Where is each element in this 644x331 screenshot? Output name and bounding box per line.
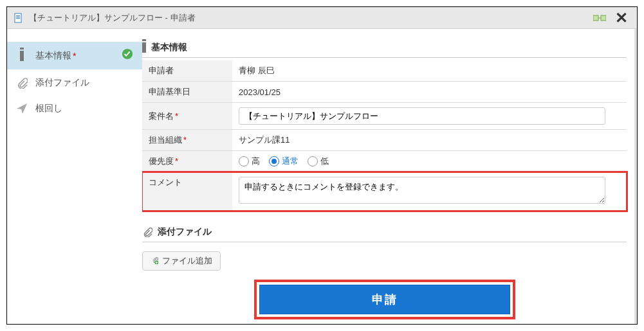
sidebar-item-nemawashi[interactable]: 根回し <box>7 96 142 121</box>
required-mark: * <box>73 51 76 61</box>
sidebar-item-label: 基本情報 <box>35 50 71 62</box>
value-applicant: 青柳 辰巳 <box>232 60 627 82</box>
comment-textarea[interactable] <box>239 177 605 204</box>
sidebar-item-label: 根回し <box>35 103 62 114</box>
flow-node-icon[interactable] <box>593 13 606 23</box>
info-icon <box>142 42 146 53</box>
section-header-basic-info: 基本情報 <box>142 42 627 58</box>
dialog-window: 【チュートリアル】サンプルフロー - 申請者 ✕ 基本情報 * 添付ファイ <box>6 6 638 325</box>
titlebar-title: 【チュートリアル】サンプルフロー - 申請者 <box>29 12 593 24</box>
section-title: 基本情報 <box>151 42 187 53</box>
label-comment: コメント <box>142 172 232 211</box>
label-org: 担当組織* <box>142 130 232 151</box>
titlebar: 【チュートリアル】サンプルフロー - 申請者 ✕ <box>7 7 637 29</box>
check-circle-icon <box>122 48 133 63</box>
close-icon[interactable]: ✕ <box>612 10 630 26</box>
paper-plane-icon <box>16 103 28 114</box>
label-base-date: 申請基準日 <box>142 82 232 103</box>
add-file-label: ファイル追加 <box>162 255 212 267</box>
row-comment: コメント <box>142 172 627 211</box>
row-base-date: 申請基準日 2023/01/25 <box>142 82 627 103</box>
paperclip-icon <box>16 77 28 89</box>
section-title: 添付ファイル <box>158 226 212 238</box>
submit-area: 申請 <box>142 280 627 319</box>
row-subject: 案件名* <box>142 103 627 130</box>
label-applicant: 申請者 <box>142 60 232 82</box>
svg-rect-2 <box>16 17 20 17</box>
subject-input[interactable] <box>239 107 605 125</box>
priority-normal[interactable]: 通常 <box>269 156 299 167</box>
svg-rect-5 <box>601 15 606 21</box>
sidebar: 基本情報 * 添付ファイル 根回し <box>7 29 142 324</box>
label-subject: 案件名* <box>142 103 232 130</box>
content: 基本情報 * 添付ファイル 根回し 基 <box>7 29 637 324</box>
add-file-plus-icon <box>151 256 158 266</box>
main-panel: 基本情報 申請者 青柳 辰巳 申請基準日 2023/01/25 案件名* 担当組… <box>142 29 637 324</box>
submit-highlight: 申請 <box>254 280 515 319</box>
priority-low[interactable]: 低 <box>308 156 329 167</box>
row-applicant: 申請者 青柳 辰巳 <box>142 60 627 82</box>
paperclip-icon <box>142 227 152 237</box>
basic-info-table: 申請者 青柳 辰巳 申請基準日 2023/01/25 案件名* 担当組織* サン… <box>142 60 627 211</box>
info-icon <box>16 50 28 62</box>
row-priority: 優先度* 高 通常 <box>142 151 627 172</box>
sidebar-item-attachment[interactable]: 添付ファイル <box>7 71 142 95</box>
sidebar-item-basic-info[interactable]: 基本情報 * <box>7 42 142 69</box>
submit-button[interactable]: 申請 <box>259 285 510 314</box>
priority-high[interactable]: 高 <box>239 156 260 167</box>
svg-rect-1 <box>16 15 20 16</box>
attachment-section: 添付ファイル ファイル追加 <box>142 226 627 271</box>
label-priority: 優先度* <box>142 151 232 172</box>
svg-rect-3 <box>16 18 20 19</box>
priority-radio-group: 高 通常 低 <box>239 156 620 167</box>
sidebar-item-label: 添付ファイル <box>35 77 89 89</box>
section-header-attachment: 添付ファイル <box>142 226 627 242</box>
svg-rect-4 <box>593 15 598 21</box>
row-org: 担当組織* サンプル課11 <box>142 130 627 151</box>
value-base-date: 2023/01/25 <box>232 82 627 103</box>
document-icon <box>14 13 24 23</box>
add-file-button[interactable]: ファイル追加 <box>142 251 221 271</box>
value-org: サンプル課11 <box>232 130 627 151</box>
